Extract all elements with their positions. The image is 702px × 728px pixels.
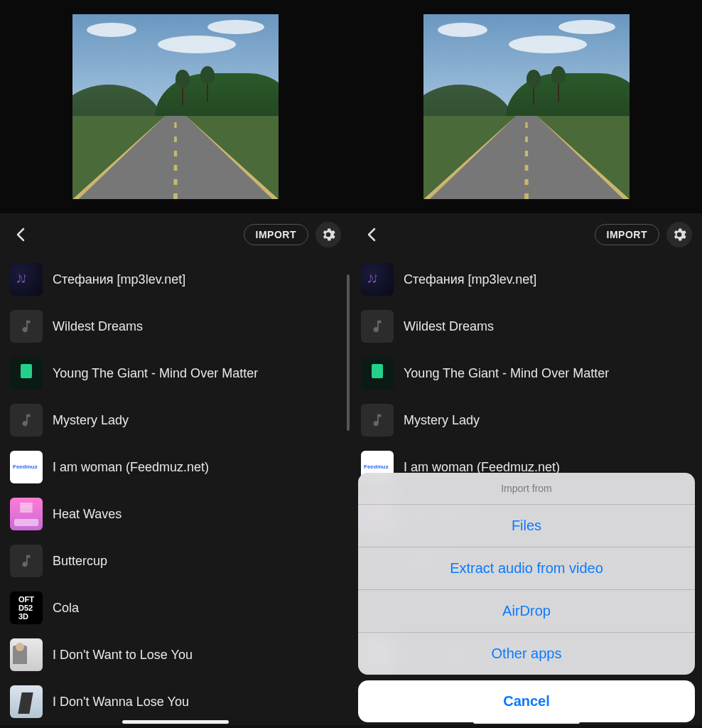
song-title: I Don't Wanna Lose You — [53, 695, 189, 710]
song-title: Buttercup — [404, 554, 458, 569]
song-title: I Don't Wanna Lose You — [404, 695, 540, 710]
song-list[interactable]: Стефания [mp3lev.net]Wildest DreamsYoung… — [0, 256, 351, 725]
song-row[interactable]: Heat Waves — [0, 491, 351, 537]
song-title: Young The Giant - Mind Over Matter — [404, 366, 609, 381]
song-row[interactable]: I Don't Want to Lose You — [351, 631, 702, 678]
video-preview — [0, 0, 351, 213]
video-preview — [351, 0, 702, 213]
song-title: I Don't Want to Lose You — [404, 648, 544, 663]
gear-icon — [321, 228, 335, 242]
song-row[interactable]: Buttercup — [0, 537, 351, 584]
music-note-icon — [10, 545, 43, 577]
song-thumbnail — [361, 451, 394, 483]
song-row[interactable]: I Don't Wanna Lose You — [0, 678, 351, 725]
back-button[interactable] — [10, 224, 31, 245]
chevron-left-icon — [16, 228, 26, 242]
song-thumbnail — [10, 451, 43, 483]
settings-button[interactable] — [315, 222, 341, 247]
song-row[interactable]: Стефания [mp3lev.net] — [0, 256, 351, 303]
song-row[interactable]: Wildest Dreams — [351, 303, 702, 350]
toolbar: IMPORT — [351, 213, 702, 256]
song-thumbnail — [10, 498, 43, 530]
song-row[interactable]: I am woman (Feedmuz.net) — [0, 444, 351, 491]
song-thumbnail: OFTD523D — [361, 592, 394, 624]
song-title: Cola — [404, 601, 430, 616]
screenshot-right: IMPORT Стефания [mp3lev.net]Wildest Drea… — [351, 0, 702, 728]
song-thumbnail — [361, 498, 394, 530]
preview-image — [423, 14, 630, 199]
import-button[interactable]: IMPORT — [244, 224, 308, 245]
song-title: Wildest Dreams — [53, 319, 143, 334]
song-thumbnail — [361, 638, 394, 671]
song-row[interactable]: OFTD523DCola — [0, 584, 351, 631]
music-note-icon — [361, 404, 394, 437]
song-title: Buttercup — [53, 554, 107, 569]
home-indicator[interactable] — [473, 720, 580, 724]
song-title: I am woman (Feedmuz.net) — [53, 460, 209, 475]
song-title: I am woman (Feedmuz.net) — [404, 460, 560, 475]
song-title: Стефания [mp3lev.net] — [53, 272, 185, 287]
gear-icon — [672, 228, 686, 242]
song-row[interactable]: I Don't Want to Lose You — [0, 631, 351, 678]
song-title: Стефания [mp3lev.net] — [404, 272, 536, 287]
song-row[interactable]: Mystery Lady — [351, 397, 702, 444]
music-note-icon — [361, 545, 394, 577]
song-row[interactable]: Heat Waves — [351, 491, 702, 537]
song-row[interactable]: Стефания [mp3lev.net] — [351, 256, 702, 303]
settings-button[interactable] — [666, 222, 692, 247]
song-title: Mystery Lady — [53, 413, 129, 428]
song-row[interactable]: I am woman (Feedmuz.net) — [351, 444, 702, 491]
song-title: Heat Waves — [53, 507, 122, 522]
import-button[interactable]: IMPORT — [595, 224, 659, 245]
song-row[interactable]: Wildest Dreams — [0, 303, 351, 350]
song-title: Mystery Lady — [404, 413, 480, 428]
song-title: Heat Waves — [404, 507, 472, 522]
song-thumbnail — [361, 685, 394, 718]
song-list[interactable]: Стефания [mp3lev.net]Wildest DreamsYoung… — [351, 256, 702, 725]
song-title: Wildest Dreams — [404, 319, 494, 334]
song-thumbnail: OFTD523D — [10, 592, 43, 624]
song-row[interactable]: I Don't Wanna Lose You — [351, 678, 702, 725]
song-row[interactable]: Buttercup — [351, 537, 702, 584]
song-thumbnail — [10, 263, 43, 296]
song-thumbnail — [361, 263, 394, 296]
song-row[interactable]: Mystery Lady — [0, 397, 351, 444]
song-row[interactable]: OFTD523DCola — [351, 584, 702, 631]
music-note-icon — [10, 404, 43, 437]
song-row[interactable]: Young The Giant - Mind Over Matter — [351, 350, 702, 397]
song-title: Young The Giant - Mind Over Matter — [53, 366, 258, 381]
chevron-left-icon — [367, 228, 377, 242]
song-title: Cola — [53, 601, 79, 616]
song-title: I Don't Want to Lose You — [53, 648, 193, 663]
song-thumbnail — [10, 685, 43, 718]
music-note-icon — [10, 310, 43, 343]
song-thumbnail — [10, 638, 43, 671]
toolbar: IMPORT — [0, 213, 351, 256]
back-button[interactable] — [361, 224, 382, 245]
screenshot-left: IMPORT Стефания [mp3lev.net]Wildest Drea… — [0, 0, 351, 728]
scrollbar-thumb[interactable] — [347, 274, 350, 431]
music-note-icon — [361, 310, 394, 343]
song-row[interactable]: Young The Giant - Mind Over Matter — [0, 350, 351, 397]
song-thumbnail — [361, 357, 394, 390]
home-indicator[interactable] — [122, 720, 229, 724]
song-thumbnail — [10, 357, 43, 390]
preview-image — [72, 14, 279, 199]
